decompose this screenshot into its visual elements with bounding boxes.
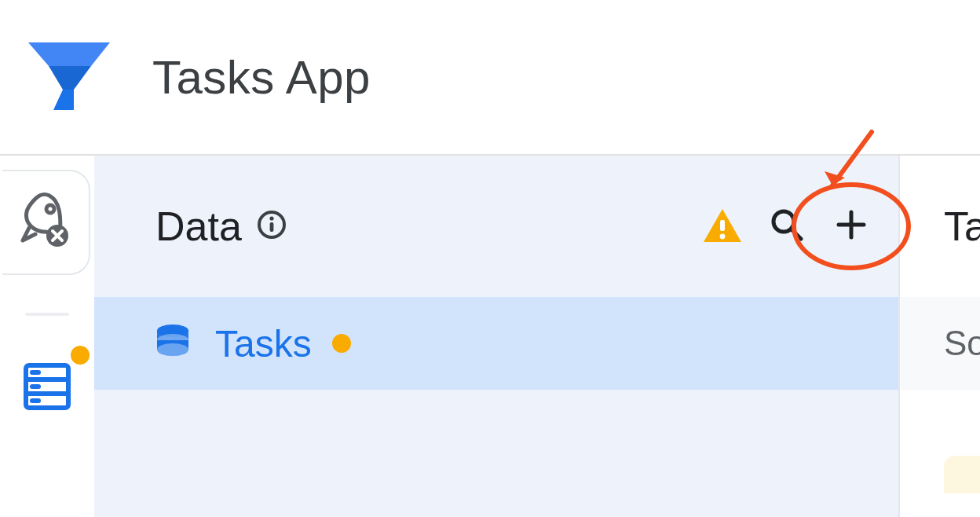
svg-line-14: [792, 229, 801, 239]
svg-point-0: [46, 205, 54, 213]
table-name-label: Tasks: [215, 322, 312, 365]
app-title: Tasks App: [152, 50, 371, 104]
svg-point-12: [720, 234, 726, 240]
main-body: Data: [0, 156, 980, 517]
svg-rect-10: [269, 222, 273, 232]
svg-point-9: [269, 216, 273, 220]
database-stack-icon: [151, 320, 195, 367]
add-table-button[interactable]: [826, 201, 876, 251]
left-nav-rail: [0, 156, 94, 517]
data-panel: Data: [94, 156, 900, 517]
svg-marker-18: [825, 171, 845, 185]
data-panel-title: Data: [155, 203, 242, 250]
rail-item-data[interactable]: [9, 350, 85, 426]
search-button[interactable]: [762, 201, 812, 251]
appsheet-logo-icon: [22, 31, 116, 123]
status-dot-icon: [332, 334, 351, 353]
app-brand: Tasks App: [22, 31, 371, 123]
rail-divider: [25, 313, 69, 316]
table-row[interactable]: Tasks: [94, 297, 898, 390]
right-detail-panel: Ta So: [900, 156, 980, 517]
right-detail-header: Ta: [900, 156, 980, 297]
data-panel-body: [94, 390, 898, 517]
app-header: Tasks App: [0, 0, 980, 156]
rocket-cancel-icon: [15, 190, 76, 255]
search-icon: [768, 206, 806, 247]
right-detail-subtitle-fragment: So: [944, 324, 980, 363]
info-icon[interactable]: [256, 209, 287, 244]
database-icon: [20, 359, 75, 417]
right-detail-subheader: So: [900, 297, 980, 390]
right-detail-title-fragment: Ta: [944, 203, 980, 250]
warning-dot-icon: [71, 346, 90, 365]
data-panel-header: Data: [94, 156, 898, 297]
plus-icon: [832, 206, 870, 247]
warning-icon[interactable]: [697, 201, 748, 251]
svg-rect-11: [720, 220, 725, 231]
rail-item-deploy[interactable]: [2, 170, 90, 275]
right-detail-card-edge: [944, 456, 980, 493]
svg-point-21: [157, 343, 188, 356]
